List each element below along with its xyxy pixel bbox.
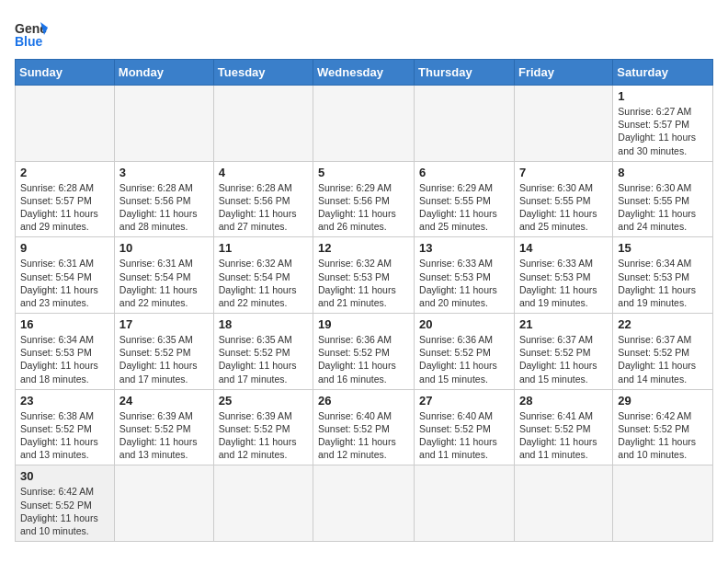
calendar-day-cell xyxy=(514,86,612,162)
calendar-day-cell: 9Sunrise: 6:31 AM Sunset: 5:54 PM Daylig… xyxy=(16,237,115,314)
calendar-day-cell: 19Sunrise: 6:36 AM Sunset: 5:52 PM Dayli… xyxy=(313,314,415,390)
calendar-day-cell: 13Sunrise: 6:33 AM Sunset: 5:53 PM Dayli… xyxy=(415,237,515,314)
weekday-header-cell: Saturday xyxy=(613,60,713,86)
calendar-week-row: 23Sunrise: 6:38 AM Sunset: 5:52 PM Dayli… xyxy=(16,389,713,465)
calendar-day-cell: 22Sunrise: 6:37 AM Sunset: 5:52 PM Dayli… xyxy=(613,314,713,390)
calendar-day-cell: 28Sunrise: 6:41 AM Sunset: 5:52 PM Dayli… xyxy=(514,389,612,465)
calendar-body: 1Sunrise: 6:27 AM Sunset: 5:57 PM Daylig… xyxy=(16,86,713,542)
day-info: Sunrise: 6:42 AM Sunset: 5:52 PM Dayligh… xyxy=(618,409,708,462)
calendar-day-cell xyxy=(313,86,415,162)
calendar-day-cell: 30Sunrise: 6:42 AM Sunset: 5:52 PM Dayli… xyxy=(16,465,115,542)
day-number: 24 xyxy=(119,394,209,408)
day-info: Sunrise: 6:42 AM Sunset: 5:52 PM Dayligh… xyxy=(20,485,109,537)
calendar-day-cell: 26Sunrise: 6:40 AM Sunset: 5:52 PM Dayli… xyxy=(313,389,415,465)
logo: General Blue xyxy=(15,15,48,48)
calendar-day-cell: 8Sunrise: 6:30 AM Sunset: 5:55 PM Daylig… xyxy=(613,161,713,237)
day-info: Sunrise: 6:34 AM Sunset: 5:53 PM Dayligh… xyxy=(618,257,708,309)
weekday-header-cell: Tuesday xyxy=(213,60,313,86)
header: General Blue xyxy=(15,15,713,48)
calendar-day-cell: 4Sunrise: 6:28 AM Sunset: 5:56 PM Daylig… xyxy=(213,161,313,237)
calendar-day-cell xyxy=(415,86,515,162)
weekday-header-cell: Sunday xyxy=(16,60,115,86)
day-number: 25 xyxy=(219,394,308,408)
day-number: 20 xyxy=(419,317,509,331)
calendar-day-cell: 27Sunrise: 6:40 AM Sunset: 5:52 PM Dayli… xyxy=(415,389,515,465)
calendar-day-cell: 11Sunrise: 6:32 AM Sunset: 5:54 PM Dayli… xyxy=(213,237,313,314)
calendar-day-cell: 20Sunrise: 6:36 AM Sunset: 5:52 PM Dayli… xyxy=(415,314,515,390)
calendar-day-cell xyxy=(114,86,213,162)
calendar-day-cell xyxy=(213,465,313,542)
day-info: Sunrise: 6:38 AM Sunset: 5:52 PM Dayligh… xyxy=(20,409,109,462)
day-number: 12 xyxy=(318,241,409,255)
day-info: Sunrise: 6:28 AM Sunset: 5:57 PM Dayligh… xyxy=(20,181,109,234)
day-number: 11 xyxy=(219,241,308,255)
calendar-week-row: 9Sunrise: 6:31 AM Sunset: 5:54 PM Daylig… xyxy=(16,237,713,314)
calendar-day-cell xyxy=(613,465,713,542)
day-number: 9 xyxy=(20,241,109,255)
day-number: 18 xyxy=(219,317,308,331)
calendar-day-cell: 6Sunrise: 6:29 AM Sunset: 5:55 PM Daylig… xyxy=(415,161,515,237)
day-number: 8 xyxy=(618,166,708,179)
day-number: 17 xyxy=(119,317,209,331)
day-number: 5 xyxy=(318,166,409,179)
day-number: 1 xyxy=(618,89,708,103)
day-info: Sunrise: 6:41 AM Sunset: 5:52 PM Dayligh… xyxy=(519,409,608,462)
day-number: 29 xyxy=(618,394,708,408)
day-number: 10 xyxy=(119,241,209,255)
day-info: Sunrise: 6:35 AM Sunset: 5:52 PM Dayligh… xyxy=(119,333,209,385)
calendar-day-cell: 29Sunrise: 6:42 AM Sunset: 5:52 PM Dayli… xyxy=(613,389,713,465)
day-info: Sunrise: 6:33 AM Sunset: 5:53 PM Dayligh… xyxy=(419,257,509,309)
calendar-day-cell: 12Sunrise: 6:32 AM Sunset: 5:53 PM Dayli… xyxy=(313,237,415,314)
day-info: Sunrise: 6:36 AM Sunset: 5:52 PM Dayligh… xyxy=(419,333,509,385)
day-number: 3 xyxy=(119,166,209,179)
calendar: SundayMondayTuesdayWednesdayThursdayFrid… xyxy=(15,59,713,542)
calendar-day-cell: 21Sunrise: 6:37 AM Sunset: 5:52 PM Dayli… xyxy=(514,314,612,390)
day-info: Sunrise: 6:40 AM Sunset: 5:52 PM Dayligh… xyxy=(318,409,409,462)
calendar-day-cell: 23Sunrise: 6:38 AM Sunset: 5:52 PM Dayli… xyxy=(16,389,115,465)
weekday-header-cell: Monday xyxy=(114,60,213,86)
calendar-day-cell: 7Sunrise: 6:30 AM Sunset: 5:55 PM Daylig… xyxy=(514,161,612,237)
day-number: 27 xyxy=(419,394,509,408)
day-number: 23 xyxy=(20,394,109,408)
day-info: Sunrise: 6:34 AM Sunset: 5:53 PM Dayligh… xyxy=(20,333,109,385)
day-info: Sunrise: 6:37 AM Sunset: 5:52 PM Dayligh… xyxy=(519,333,608,385)
logo-icon: General Blue xyxy=(15,15,48,48)
calendar-day-cell xyxy=(213,86,313,162)
calendar-day-cell xyxy=(313,465,415,542)
day-info: Sunrise: 6:36 AM Sunset: 5:52 PM Dayligh… xyxy=(318,333,409,385)
day-number: 26 xyxy=(318,394,409,408)
calendar-day-cell xyxy=(514,465,612,542)
day-info: Sunrise: 6:29 AM Sunset: 5:55 PM Dayligh… xyxy=(419,181,509,234)
weekday-header-cell: Thursday xyxy=(415,60,515,86)
calendar-day-cell: 18Sunrise: 6:35 AM Sunset: 5:52 PM Dayli… xyxy=(213,314,313,390)
calendar-day-cell: 17Sunrise: 6:35 AM Sunset: 5:52 PM Dayli… xyxy=(114,314,213,390)
calendar-day-cell: 2Sunrise: 6:28 AM Sunset: 5:57 PM Daylig… xyxy=(16,161,115,237)
day-number: 6 xyxy=(419,166,509,179)
day-number: 30 xyxy=(20,469,109,483)
day-info: Sunrise: 6:27 AM Sunset: 5:57 PM Dayligh… xyxy=(618,105,708,157)
day-number: 2 xyxy=(20,166,109,179)
weekday-header-cell: Wednesday xyxy=(313,60,415,86)
weekday-header-cell: Friday xyxy=(514,60,612,86)
calendar-day-cell: 24Sunrise: 6:39 AM Sunset: 5:52 PM Dayli… xyxy=(114,389,213,465)
calendar-header: SundayMondayTuesdayWednesdayThursdayFrid… xyxy=(16,60,713,86)
calendar-week-row: 16Sunrise: 6:34 AM Sunset: 5:53 PM Dayli… xyxy=(16,314,713,390)
calendar-week-row: 2Sunrise: 6:28 AM Sunset: 5:57 PM Daylig… xyxy=(16,161,713,237)
calendar-day-cell: 25Sunrise: 6:39 AM Sunset: 5:52 PM Dayli… xyxy=(213,389,313,465)
day-info: Sunrise: 6:39 AM Sunset: 5:52 PM Dayligh… xyxy=(119,409,209,462)
day-info: Sunrise: 6:40 AM Sunset: 5:52 PM Dayligh… xyxy=(419,409,509,462)
day-number: 4 xyxy=(219,166,308,179)
day-info: Sunrise: 6:31 AM Sunset: 5:54 PM Dayligh… xyxy=(119,257,209,309)
day-number: 19 xyxy=(318,317,409,331)
day-number: 15 xyxy=(618,241,708,255)
day-number: 13 xyxy=(419,241,509,255)
day-number: 22 xyxy=(618,317,708,331)
day-info: Sunrise: 6:32 AM Sunset: 5:53 PM Dayligh… xyxy=(318,257,409,309)
day-info: Sunrise: 6:29 AM Sunset: 5:56 PM Dayligh… xyxy=(318,181,409,234)
calendar-day-cell: 1Sunrise: 6:27 AM Sunset: 5:57 PM Daylig… xyxy=(613,86,713,162)
day-number: 7 xyxy=(519,166,608,179)
calendar-day-cell: 14Sunrise: 6:33 AM Sunset: 5:53 PM Dayli… xyxy=(514,237,612,314)
calendar-day-cell: 3Sunrise: 6:28 AM Sunset: 5:56 PM Daylig… xyxy=(114,161,213,237)
calendar-day-cell xyxy=(16,86,115,162)
calendar-day-cell: 16Sunrise: 6:34 AM Sunset: 5:53 PM Dayli… xyxy=(16,314,115,390)
